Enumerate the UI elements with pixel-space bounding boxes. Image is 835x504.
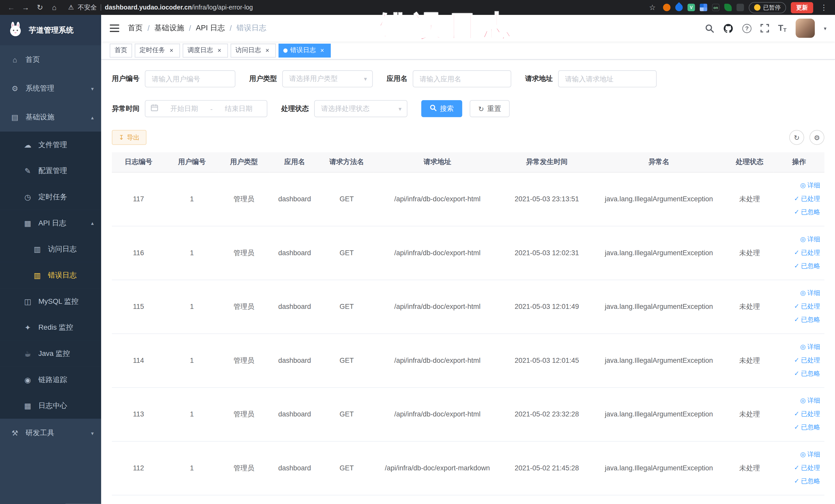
sidebar-item-infra[interactable]: ▤基础设施▴ — [0, 103, 101, 132]
sidebar-item-log-center[interactable]: ▦日志中心 — [0, 392, 101, 419]
detail-link[interactable]: ◎详细 — [800, 179, 820, 192]
paused-label: 已暂停 — [763, 3, 780, 11]
export-button[interactable]: ↧ 导出 — [112, 130, 147, 145]
processed-link[interactable]: ✓已处理 — [794, 246, 820, 260]
cell-id: 115 — [112, 280, 165, 334]
close-icon[interactable]: × — [264, 47, 271, 54]
breadcrumb-item-infra[interactable]: 基础设施 — [154, 23, 184, 33]
paused-badge[interactable]: 已暂停 — [749, 2, 786, 13]
tab-2[interactable]: 调度日志× — [183, 43, 228, 57]
ext-leaf-icon[interactable] — [725, 4, 732, 11]
tab-4[interactable]: 错误日志× — [279, 43, 331, 57]
ext-vue-devtools-icon[interactable]: V — [687, 4, 695, 11]
processed-link[interactable]: ✓已处理 — [794, 192, 820, 206]
close-icon[interactable]: × — [319, 47, 326, 54]
detail-link[interactable]: ◎详细 — [800, 448, 820, 461]
detail-link[interactable]: ◎详细 — [800, 286, 820, 300]
reset-button[interactable]: ↻ 重置 — [470, 100, 510, 117]
sidebar-item-system[interactable]: ⚙系统管理▾ — [0, 74, 101, 103]
update-button[interactable]: 更新 — [791, 2, 813, 13]
ext-grid-icon[interactable] — [700, 4, 707, 11]
columns-settings-button[interactable]: ⚙ — [810, 130, 824, 145]
cell-exception: java.lang.IllegalArgumentException — [592, 334, 726, 387]
menu-dots-icon[interactable]: ⋮ — [818, 3, 830, 12]
bookmark-star-icon[interactable]: ☆ — [647, 3, 658, 12]
exception-time-label: 异常时间 — [112, 104, 140, 114]
chevron-down-icon: ▾ — [399, 105, 402, 112]
ext-switch-on-icon[interactable]: on — [712, 4, 719, 11]
breadcrumb-separator: / — [189, 24, 191, 32]
address-bar[interactable]: ⚠ 不安全 dashboard.yudao.iocoder.cn/infra/l… — [68, 3, 253, 12]
user-avatar[interactable] — [796, 19, 815, 38]
close-icon[interactable]: × — [216, 47, 223, 54]
app-name-input[interactable] — [413, 70, 511, 87]
request-url-input[interactable] — [558, 70, 657, 87]
processed-link[interactable]: ✓已处理 — [794, 461, 820, 475]
sidebar-item-error-log[interactable]: ▥错误日志 — [0, 262, 101, 288]
reload-button[interactable]: ↻ — [34, 3, 46, 12]
chevron-up-icon: ▴ — [91, 114, 94, 120]
row-actions: ◎详细✓已处理✓已忽略 — [776, 179, 822, 219]
ignored-link[interactable]: ✓已忽略 — [794, 206, 820, 219]
sidebar-item-config[interactable]: ✎配置管理 — [0, 158, 101, 184]
detail-link[interactable]: ◎详细 — [800, 394, 820, 407]
process-status-select[interactable]: 请选择处理状态 ▾ — [314, 100, 407, 117]
refresh-button[interactable]: ↻ — [789, 130, 804, 145]
breadcrumb-item-home[interactable]: 首页 — [128, 23, 143, 33]
home-button[interactable]: ⌂ — [48, 3, 60, 12]
ignored-link[interactable]: ✓已忽略 — [794, 475, 820, 488]
processed-link[interactable]: ✓已处理 — [794, 300, 820, 313]
detail-link[interactable]: ◎详细 — [800, 340, 820, 354]
cell-app: dashboard — [269, 172, 320, 226]
ignored-link[interactable]: ✓已忽略 — [794, 421, 820, 434]
sidebar-item-label: 配置管理 — [38, 166, 67, 175]
ext-plugin-icon[interactable] — [736, 4, 744, 11]
font-size-icon[interactable]: TT — [778, 23, 787, 33]
help-icon[interactable]: ? — [742, 24, 751, 33]
cell-user_id: 1 — [165, 226, 219, 280]
detail-link-label: 详细 — [807, 394, 820, 407]
table-body: 1171管理员dashboardGET/api/infra/db-doc/exp… — [112, 172, 824, 495]
tab-0[interactable]: 首页 — [109, 43, 132, 57]
infra-icon: ▤ — [11, 113, 19, 121]
tab-3[interactable]: 访问日志× — [230, 43, 276, 57]
sidebar-item-mysql[interactable]: ◫MySQL 监控 — [0, 288, 101, 314]
sidebar-item-file[interactable]: ☁文件管理 — [0, 132, 101, 158]
cell-app: dashboard — [269, 226, 320, 280]
sidebar-item-trace[interactable]: ◉链路追踪 — [0, 366, 101, 392]
sidebar-item-access-log[interactable]: ▥访问日志 — [0, 236, 101, 262]
ignored-link[interactable]: ✓已忽略 — [794, 367, 820, 380]
user-type-select[interactable]: 请选择用户类型 ▾ — [282, 70, 373, 87]
ignored-link[interactable]: ✓已忽略 — [794, 259, 820, 273]
breadcrumb-item-api-log[interactable]: API 日志 — [196, 23, 225, 33]
forward-button[interactable]: → — [20, 3, 32, 12]
security-label: 不安全 — [78, 3, 97, 12]
processed-link[interactable]: ✓已处理 — [794, 407, 820, 421]
chevron-down-icon[interactable]: ▾ — [824, 25, 826, 31]
detail-link[interactable]: ◎详细 — [800, 233, 820, 246]
sidebar-item-java[interactable]: ☕Java 监控 — [0, 340, 101, 367]
ext-drop-icon[interactable] — [674, 2, 684, 13]
close-icon[interactable]: × — [168, 47, 175, 54]
check-icon: ✓ — [794, 354, 799, 367]
user-id-input[interactable] — [145, 70, 236, 87]
fullscreen-icon[interactable] — [760, 24, 769, 32]
sidebar-item-job[interactable]: ◷定时任务 — [0, 184, 101, 210]
ignored-link[interactable]: ✓已忽略 — [794, 313, 820, 327]
search-button[interactable]: 搜索 — [421, 100, 462, 117]
sidebar-item-redis[interactable]: ✦Redis 监控 — [0, 314, 101, 340]
back-button[interactable]: ← — [5, 3, 17, 12]
browser-chrome: ← → ↻ ⌂ ⚠ 不安全 dashboard.yudao.iocoder.cn… — [0, 0, 835, 15]
hamburger-icon[interactable] — [109, 24, 119, 32]
sidebar-item-api-log[interactable]: ▦API 日志▴ — [0, 210, 101, 236]
search-icon[interactable] — [705, 24, 714, 33]
tab-1[interactable]: 定时任务× — [135, 43, 180, 57]
sidebar-item-home[interactable]: ⌂首页 — [0, 45, 101, 74]
sidebar-item-dev-tools[interactable]: ⚒研发工具▾ — [0, 419, 101, 447]
github-icon[interactable] — [724, 23, 733, 33]
exception-time-range-picker[interactable]: 开始日期 - 结束日期 — [145, 100, 267, 117]
logo[interactable]: 芋道管理系统 — [0, 15, 101, 45]
processed-link[interactable]: ✓已处理 — [794, 354, 820, 367]
chevron-up-icon: ▴ — [91, 220, 94, 226]
ext-record-icon[interactable] — [663, 4, 670, 11]
